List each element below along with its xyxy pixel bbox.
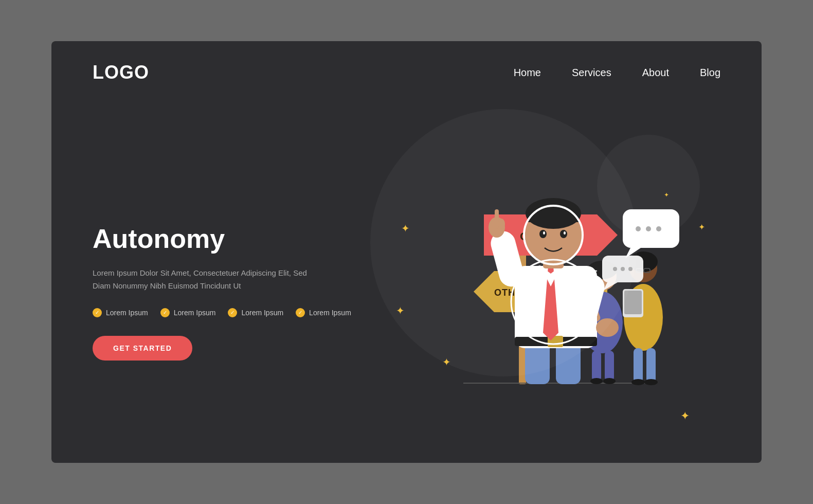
svg-rect-25 — [646, 348, 656, 383]
check-icon-3: ✓ — [228, 308, 237, 317]
hero-description: Lorem Ipsum Dolor Sit Amet, Consectetuer… — [93, 266, 319, 293]
checklist-label-2: Lorem Ipsum — [174, 309, 216, 317]
svg-point-13 — [590, 378, 603, 384]
page-wrapper: LOGO Home Services About Blog Autonomy L… — [51, 41, 762, 463]
hero-left: Autonomy Lorem Ipsum Dolor Sit Amet, Con… — [93, 119, 381, 454]
navigation: Home Services About Blog — [514, 67, 720, 79]
svg-point-14 — [603, 378, 616, 384]
sparkle-2: ✦ — [396, 304, 405, 317]
nav-blog[interactable]: Blog — [700, 67, 720, 79]
nav-about[interactable]: About — [642, 67, 669, 79]
get-started-button[interactable]: GET STARTED — [93, 336, 192, 361]
checklist-item-4: ✓ Lorem Ipsum — [296, 308, 351, 317]
nav-services[interactable]: Services — [572, 67, 611, 79]
checklist: ✓ Lorem Ipsum ✓ Lorem Ipsum ✓ Lorem Ipsu… — [93, 308, 381, 317]
checklist-item-3: ✓ Lorem Ipsum — [228, 308, 283, 317]
hero-illustration: ✦ ✦ ✦ ✦ ✦ ✦ ONE SIDE OTHER SIDE — [381, 119, 720, 454]
checklist-item-1: ✓ Lorem Ipsum — [93, 308, 148, 317]
hero-title: Autonomy — [93, 223, 381, 254]
main-content: Autonomy Lorem Ipsum Dolor Sit Amet, Con… — [51, 99, 762, 454]
svg-point-27 — [644, 379, 658, 385]
sparkle-4: ✦ — [698, 222, 705, 232]
checklist-label-3: Lorem Ipsum — [241, 309, 283, 317]
sparkle-3: ✦ — [442, 356, 451, 368]
svg-rect-12 — [605, 351, 614, 382]
checklist-item-2: ✓ Lorem Ipsum — [160, 308, 216, 317]
svg-point-26 — [631, 379, 645, 385]
sparkle-1: ✦ — [401, 222, 410, 235]
sparkle-5: ✦ — [664, 191, 669, 199]
header: LOGO Home Services About Blog — [51, 41, 762, 99]
checklist-label-1: Lorem Ipsum — [106, 309, 148, 317]
svg-rect-24 — [634, 348, 643, 383]
check-icon-1: ✓ — [93, 308, 102, 317]
logo: LOGO — [93, 62, 149, 83]
sparkle-6: ✦ — [680, 409, 690, 423]
check-icon-4: ✓ — [296, 308, 305, 317]
checklist-label-4: Lorem Ipsum — [309, 309, 351, 317]
bg-circle-large — [370, 109, 638, 376]
check-icon-2: ✓ — [160, 308, 170, 317]
nav-home[interactable]: Home — [514, 67, 541, 79]
svg-rect-11 — [592, 351, 601, 382]
bg-circle-small — [597, 135, 700, 238]
